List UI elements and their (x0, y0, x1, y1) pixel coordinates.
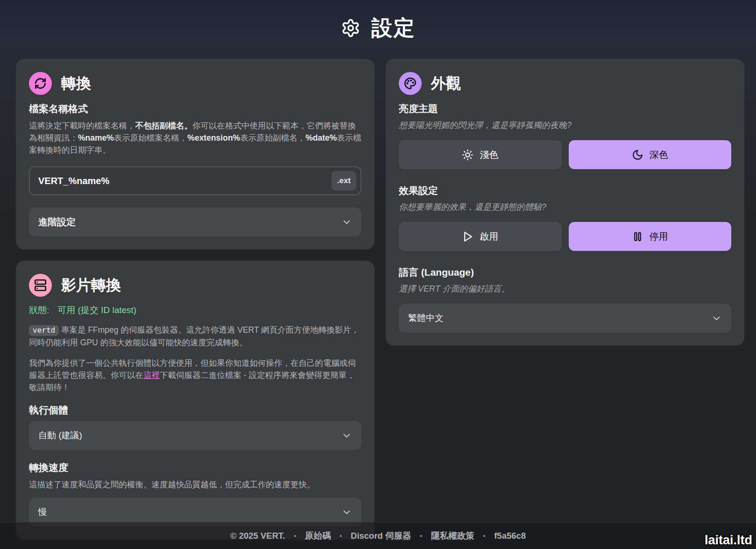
footer-separator: • (294, 532, 296, 539)
effects-disable-button[interactable]: 停用 (569, 222, 732, 251)
appearance-card-header: 外觀 (399, 72, 731, 95)
instance-heading: 執行個體 (29, 404, 361, 417)
gear-icon (341, 18, 360, 38)
language-heading: 語言 (Language) (399, 266, 731, 279)
copyright-text: © 2025 VERT. (230, 531, 285, 541)
settings-grid: 轉換 檔案名稱格式 這將決定下載時的檔案名稱，不包括副檔名。你可以在格式中使用以… (0, 43, 756, 540)
footer-separator: • (420, 532, 423, 539)
filename-format-input[interactable] (38, 176, 326, 186)
speed-heading: 轉換速度 (29, 461, 361, 474)
vertd-code-badge: vertd (29, 325, 59, 336)
appearance-card: 外觀 亮度主題 想要陽光明媚的閃光彈，還是寧靜孤獨的夜晚? 淺色 (386, 59, 744, 346)
source-code-link[interactable]: 原始碼 (305, 530, 331, 542)
status-value: 可用 (提交 ID latest) (57, 304, 136, 316)
refresh-icon (29, 72, 52, 95)
vertd-hosting-description: 我們為你提供了一個公共執行個體以方便使用，但如果你知道如何操作，在自己的電腦或伺… (29, 357, 361, 393)
filename-format-description: 這將決定下載時的檔案名稱，不包括副檔名。你可以在格式中使用以下範本，它們將被替換… (29, 120, 361, 156)
filename-format-heading: 檔案名稱格式 (29, 102, 361, 115)
light-theme-button[interactable]: 淺色 (399, 140, 562, 169)
appearance-card-title: 外觀 (431, 73, 461, 94)
effects-button-group: 啟用 停用 (399, 222, 731, 251)
chevron-down-icon (341, 217, 352, 228)
dark-theme-label: 深色 (650, 149, 668, 161)
discord-server-link[interactable]: Discord 伺服器 (351, 530, 411, 542)
language-selected-value: 繁體中文 (408, 312, 444, 324)
chevron-down-icon (711, 313, 722, 324)
advanced-settings-toggle[interactable]: 進階設定 (29, 207, 361, 236)
language-select[interactable]: 繁體中文 (399, 304, 731, 333)
server-icon (29, 274, 52, 297)
instance-selected-value: 自動 (建議) (38, 429, 82, 442)
instance-select[interactable]: 自動 (建議) (29, 421, 361, 450)
conversion-card-header: 轉換 (29, 72, 361, 95)
video-conversion-card: 影片轉換 狀態: 可用 (提交 ID latest) vertd 專案是 FFm… (16, 261, 374, 540)
effects-enable-button[interactable]: 啟用 (399, 222, 562, 251)
watermark: laitai.ltd (705, 533, 752, 548)
effects-enable-label: 啟用 (480, 230, 498, 243)
vertd-status: 狀態: 可用 (提交 ID latest) (29, 304, 361, 316)
effects-description: 你想要華麗的效果，還是更靜態的體驗? (399, 201, 731, 213)
chevron-down-icon (341, 430, 352, 441)
privacy-policy-link[interactable]: 隱私權政策 (431, 530, 474, 542)
right-column: 外觀 亮度主題 想要陽光明媚的閃光彈，還是寧靜孤獨的夜晚? 淺色 (386, 59, 744, 346)
theme-button-group: 淺色 深色 (399, 140, 731, 169)
palette-icon (399, 72, 422, 95)
theme-description: 想要陽光明媚的閃光彈，還是寧靜孤獨的夜晚? (399, 120, 731, 131)
pause-icon (632, 231, 643, 242)
footer-bar: © 2025 VERT. • 原始碼 • Discord 伺服器 • 隱私權政策… (0, 522, 756, 549)
footer-separator: • (483, 532, 486, 539)
chevron-down-icon (341, 507, 352, 518)
conversion-card-title: 轉換 (61, 73, 91, 94)
page-header: 設定 (0, 0, 756, 43)
left-column: 轉換 檔案名稱格式 這將決定下載時的檔案名稱，不包括副檔名。你可以在格式中使用以… (16, 59, 374, 540)
play-icon (462, 231, 473, 242)
settings-page: 設定 轉換 檔案名稱格式 這將決定下載時的檔案名稱，不包括副檔名。你可以在格式中… (0, 0, 756, 549)
status-label: 狀態: (29, 304, 49, 316)
download-here-link[interactable]: 這裡 (143, 371, 160, 380)
advanced-settings-label: 進階設定 (38, 216, 76, 228)
vertd-description: vertd 專案是 FFmpeg 的伺服器包裝器。這允許你透過 VERT 網頁介… (29, 324, 361, 349)
theme-heading: 亮度主題 (399, 102, 731, 115)
language-description: 選擇 VERT 介面的偏好語言。 (399, 283, 731, 294)
commit-hash: f5a56c8 (494, 531, 526, 541)
moon-icon (632, 149, 643, 161)
extension-suffix-badge: .ext (332, 171, 356, 191)
conversion-card: 轉換 檔案名稱格式 這將決定下載時的檔案名稱，不包括副檔名。你可以在格式中使用以… (16, 59, 374, 250)
video-card-title: 影片轉換 (61, 275, 121, 296)
speed-selected-value: 慢 (38, 506, 47, 518)
dark-theme-button[interactable]: 深色 (569, 140, 732, 169)
effects-disable-label: 停用 (650, 230, 668, 243)
speed-description: 這描述了速度和品質之間的權衡。速度越快品質越低，但完成工作的速度更快。 (29, 478, 361, 491)
video-card-header: 影片轉換 (29, 274, 361, 297)
page-title: 設定 (372, 14, 416, 42)
filename-format-field[interactable]: .ext (29, 166, 361, 195)
effects-heading: 效果設定 (399, 184, 731, 197)
sun-icon (462, 149, 473, 161)
footer-separator: • (339, 532, 342, 539)
light-theme-label: 淺色 (480, 149, 498, 161)
